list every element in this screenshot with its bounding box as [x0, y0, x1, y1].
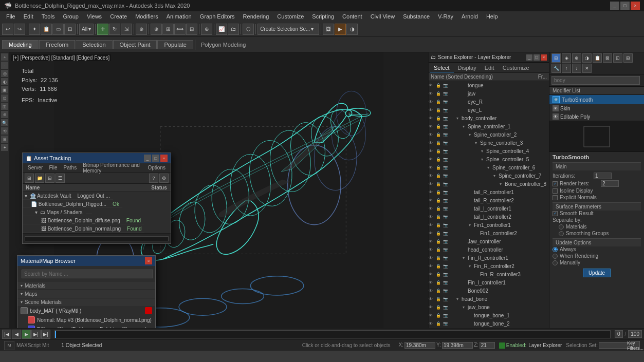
- selection-set-dropdown[interactable]: Create Selection Se... ▾: [257, 24, 319, 35]
- tree-item-spine6[interactable]: 👁🔒📷 ▾ Spine_controller_6: [429, 163, 549, 172]
- tree-item-fin-r1[interactable]: 👁🔒📷 ▾ Fin_R_controller1: [429, 254, 549, 262]
- redo-button[interactable]: ↪: [14, 24, 25, 35]
- close-button[interactable]: ×: [631, 2, 640, 10]
- left-icon-10[interactable]: ⟲: [1, 127, 8, 135]
- modifier-skin-eye[interactable]: 👁: [553, 105, 559, 111]
- tree-item-eye-r[interactable]: 👁🔒📷 eye_R: [429, 98, 549, 106]
- menu-group[interactable]: Group: [59, 12, 83, 21]
- at-btn-3[interactable]: ⊟: [45, 174, 54, 183]
- when-rendering-radio[interactable]: [553, 254, 558, 259]
- active-shade-button[interactable]: ◑: [346, 24, 358, 35]
- tree-item-spine3[interactable]: 👁🔒📷 ▾ Spine_controller_3: [429, 139, 549, 147]
- tree-item-fin-r3[interactable]: 👁🔒📷 Fin_R_controller3: [429, 270, 549, 278]
- tree-item-fin1-c2[interactable]: 👁🔒📷 Fin1_controller2: [429, 229, 549, 237]
- menu-views[interactable]: Views: [83, 12, 106, 21]
- selection-filter-dropdown[interactable]: All ▾: [79, 24, 94, 35]
- tree-item-fin1-c1[interactable]: 👁🔒📷 ▾ Fin1_controller1: [429, 221, 549, 229]
- mat-body-normal-sub[interactable]: Normal: Map #3 (Bottlenose_Dolphin_norma…: [17, 315, 155, 325]
- tree-item-body-controller[interactable]: 👁🔒📷 ▾ body_controller: [429, 114, 549, 122]
- mat-body-diffuse-sub[interactable]: Diffuse: diffuse(Bottlenose_Dolphin_diff…: [17, 325, 155, 328]
- tree-item-bone8[interactable]: 👁🔒📷 ▾ Bone_controller_8: [429, 180, 549, 188]
- mirror-button[interactable]: ⟺: [174, 24, 186, 35]
- material-browser-titlebar[interactable]: Material/Map Browser ×: [17, 256, 155, 266]
- rotate-button[interactable]: ↻: [109, 24, 120, 35]
- props-icon-7[interactable]: ⊡: [613, 53, 622, 63]
- ts-render-iters-check[interactable]: [553, 181, 558, 186]
- y-coord-input[interactable]: [442, 342, 473, 349]
- props-icon-4[interactable]: ◑: [582, 53, 592, 63]
- se-tab-edit[interactable]: Edit: [481, 64, 499, 72]
- key-filters-button[interactable]: Key Filters...: [631, 341, 640, 350]
- tree-item-spine5[interactable]: 👁🔒📷 ▾ Spine_controller_5: [429, 155, 549, 163]
- props-icon-5[interactable]: 📋: [593, 53, 602, 63]
- left-icon-12[interactable]: ✦: [1, 144, 8, 151]
- render-setup-button[interactable]: 🖼: [323, 24, 334, 35]
- tree-item-head-bone[interactable]: 👁🔒📷 ▾ head_bone: [429, 295, 549, 303]
- x-coord-input[interactable]: [404, 342, 435, 349]
- modifier-editable-poly[interactable]: 👁 Editable Poly: [549, 112, 644, 121]
- menu-rendering[interactable]: Rendering: [239, 12, 273, 21]
- undo-button[interactable]: ↩: [2, 24, 13, 35]
- props-icon-12[interactable]: ✕: [582, 64, 592, 73]
- tree-item-tail-l1[interactable]: 👁🔒📷 tail_l_controller1: [429, 204, 549, 213]
- align-button[interactable]: ⊞: [162, 24, 174, 35]
- props-icon-8[interactable]: ⊞: [623, 53, 633, 63]
- curve-editor-button[interactable]: 📈: [216, 24, 227, 35]
- window-cross-button[interactable]: ⊡: [64, 24, 76, 35]
- tree-item-spine7[interactable]: 👁🔒📷 ▾ Spine_controller_7: [429, 172, 549, 180]
- tree-item-fin-l1[interactable]: 👁🔒📷 Fin_l_controller1: [429, 278, 549, 287]
- asset-tracking-minimize[interactable]: _: [144, 155, 151, 162]
- schematic-view-button[interactable]: 🗂: [228, 24, 239, 35]
- materials-section-header[interactable]: Materials: [17, 282, 155, 290]
- ts-iterations-input[interactable]: [594, 173, 612, 179]
- tab-freeform[interactable]: Freeform: [39, 40, 76, 49]
- menu-customize[interactable]: Customize: [273, 12, 308, 21]
- prev-frame-button[interactable]: ◀: [12, 330, 21, 339]
- array-button[interactable]: ⊟: [186, 24, 197, 35]
- modifier-poly-eye[interactable]: 👁: [553, 113, 559, 120]
- modifier-turbosmooth[interactable]: 👁 TurboSmooth: [549, 95, 644, 104]
- scene-materials-header[interactable]: Scene Materials: [17, 298, 155, 306]
- tree-item-tail-r1[interactable]: 👁🔒📷 tail_R_controller1: [429, 188, 549, 196]
- go-end-button[interactable]: ▶|: [41, 330, 50, 339]
- at-menu-options[interactable]: Options: [145, 164, 169, 171]
- left-icon-2[interactable]: -: [1, 62, 8, 69]
- left-icon-7[interactable]: ◫: [1, 103, 8, 110]
- material-search-input[interactable]: [22, 270, 153, 278]
- at-btn-4[interactable]: ☰: [56, 174, 65, 183]
- tree-item-tongue[interactable]: 👁🔒📷 tongue: [429, 81, 549, 89]
- left-icon-4[interactable]: ◐: [1, 78, 8, 85]
- maximize-button[interactable]: □: [620, 2, 630, 10]
- ts-isoline-check[interactable]: [553, 188, 558, 194]
- always-radio[interactable]: [553, 247, 558, 252]
- left-icon-5[interactable]: ▣: [1, 86, 8, 93]
- at-menu-server[interactable]: Server: [25, 164, 46, 171]
- smooth-result-check[interactable]: [553, 211, 558, 216]
- props-icon-6[interactable]: ⊠: [603, 53, 612, 63]
- selection-set-input[interactable]: [599, 342, 630, 349]
- left-icon-9[interactable]: 🔍: [1, 119, 8, 126]
- viewport-3d[interactable]: [+] [Perspective] [Standard] [Edged Face…: [9, 52, 428, 328]
- menu-file[interactable]: File: [2, 12, 20, 21]
- left-icon-3[interactable]: ◎: [1, 70, 8, 77]
- tree-item-head-controller[interactable]: 👁🔒📷 head_controller: [429, 245, 549, 254]
- at-btn-2[interactable]: 📁: [35, 174, 44, 183]
- menu-graph-editors[interactable]: Graph Editors: [196, 12, 239, 21]
- select-by-name-button[interactable]: 📋: [41, 24, 52, 35]
- layer-manager-button[interactable]: ⊕: [201, 24, 212, 35]
- left-icon-11[interactable]: ⊞: [1, 136, 8, 143]
- menu-modifiers[interactable]: Modifiers: [131, 12, 162, 21]
- smoothing-groups-radio[interactable]: [559, 231, 564, 236]
- menu-tools[interactable]: Tools: [38, 12, 59, 21]
- scene-tree[interactable]: 👁🔒📷 tongue 👁🔒📷 jaw 👁🔒📷 eye_R: [429, 81, 549, 328]
- render-button[interactable]: ▶: [335, 24, 346, 35]
- left-icon-8[interactable]: ⊕: [1, 111, 8, 118]
- se-maximize-button[interactable]: □: [533, 54, 540, 61]
- tree-item-bone002[interactable]: 👁🔒📷 Bone002: [429, 287, 549, 295]
- timeline[interactable]: [54, 330, 611, 338]
- mat-body-mat[interactable]: body_MAT ( VRayMtl ): [17, 306, 155, 315]
- material-browser-close[interactable]: ×: [145, 257, 152, 264]
- modifier-turbosmooth-eye[interactable]: 👁: [553, 96, 560, 103]
- tree-item-spine4[interactable]: 👁🔒📷 ▾ Spine_controller_4: [429, 147, 549, 155]
- props-icon-3[interactable]: ⊕: [572, 53, 581, 63]
